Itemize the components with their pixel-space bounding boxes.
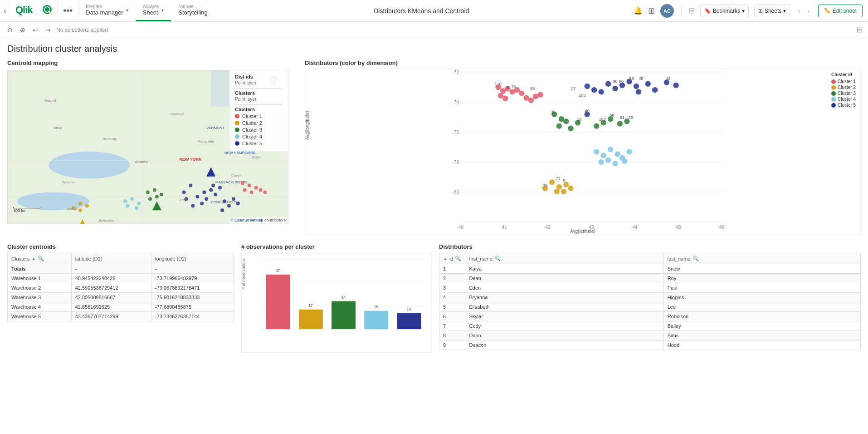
- qlik-logo: Qlik: [10, 0, 58, 21]
- back-selection-icon[interactable]: ↩: [31, 25, 40, 35]
- svg-text:41: 41: [502, 225, 507, 230]
- svg-text:Montpelier: Montpelier: [197, 139, 214, 143]
- svg-point-136: [585, 112, 590, 117]
- scatter-legend-c3: Cluster 3: [831, 91, 856, 96]
- svg-point-47: [227, 204, 231, 207]
- cluster1-dot: [235, 114, 239, 118]
- dist-lastname: Roy: [663, 274, 860, 283]
- edit-sheet-button[interactable]: ✏️ Edit sheet: [818, 5, 863, 17]
- svg-point-125: [645, 81, 651, 87]
- cluster-lat: 42.5905538729412: [71, 283, 151, 293]
- back-button[interactable]: ‹: [0, 0, 10, 21]
- search-id-icon[interactable]: 🔍: [455, 256, 461, 261]
- centroids-table: Clusters ▲ 🔍 latitude (D1): [7, 253, 234, 321]
- nav-narrate[interactable]: Narrate Storytelling: [171, 0, 215, 21]
- data-manager-label: Data manager: [86, 9, 123, 16]
- col-last-name[interactable]: last_name 🔍: [663, 253, 860, 264]
- sheets-label: Sheets: [765, 8, 781, 14]
- nav-analyze[interactable]: Analyze Sheet ▾: [136, 0, 171, 21]
- bell-icon[interactable]: 🔔: [634, 6, 643, 15]
- col-latitude[interactable]: latitude (D1): [71, 253, 151, 264]
- svg-point-65: [160, 192, 163, 196]
- totals-lon: -: [151, 264, 234, 274]
- col-clusters[interactable]: Clusters ▲ 🔍: [8, 253, 72, 264]
- search-firstname-icon[interactable]: 🔍: [494, 256, 501, 261]
- cluster-lon: -73.719966482979: [151, 274, 234, 283]
- scatter-legend-c5: Cluster 5: [831, 103, 856, 108]
- svg-text:-80: -80: [452, 190, 459, 195]
- selection-icon-1[interactable]: ⊙: [5, 25, 15, 35]
- prev-button[interactable]: ‹: [795, 6, 803, 15]
- svg-point-107: [528, 98, 534, 103]
- scatter-c4-label: Cluster 4: [838, 97, 856, 102]
- forward-selection-icon[interactable]: ↪: [44, 25, 53, 35]
- table-row: 1 Kaiya Snow: [439, 264, 861, 274]
- svg-text:Qlik: Qlik: [15, 4, 33, 15]
- col-first-name[interactable]: first_name 🔍: [465, 253, 663, 264]
- svg-point-109: [537, 92, 543, 97]
- lastname-col-label: last_name: [668, 256, 691, 261]
- grid-view-icon[interactable]: ⊟: [689, 6, 695, 15]
- search-clusters-icon[interactable]: 🔍: [38, 256, 44, 261]
- bookmarks-button[interactable]: 🔖 Bookmarks ▾: [700, 5, 749, 17]
- more-options-button[interactable]: •••: [58, 0, 78, 21]
- cluster4-dot: [235, 134, 239, 139]
- nav-prepare[interactable]: Prepare Data manager ▾: [78, 0, 135, 21]
- clusters-col-label: Clusters: [11, 256, 29, 261]
- cluster5-dot: [235, 141, 239, 146]
- svg-point-117: [591, 87, 597, 93]
- svg-point-49: [236, 202, 240, 205]
- svg-point-66: [148, 197, 152, 201]
- layout-icon[interactable]: ⊟: [857, 25, 863, 34]
- dist-lastname: Bailey: [663, 321, 860, 331]
- main-content: Distribution cluster analysis Centroid m…: [0, 38, 868, 434]
- col-longitude[interactable]: longitude (D2): [151, 253, 234, 264]
- scatter-legend-c2: Cluster 2: [831, 85, 856, 90]
- dist-id: 5: [439, 302, 465, 312]
- cluster-lon: -79.0678892176471: [151, 283, 234, 293]
- svg-text:Dover: Dover: [231, 173, 241, 178]
- user-avatar[interactable]: AC: [660, 4, 674, 18]
- scatter-c2-dot: [831, 85, 836, 90]
- storytelling-label: Storytelling: [178, 9, 207, 16]
- table-row: Warehouse 3 42.805089516667 -75.90162188…: [8, 293, 234, 302]
- svg-text:47: 47: [276, 268, 280, 273]
- dist-lastname: Sims: [663, 331, 860, 340]
- sort-icon: ▲: [31, 256, 36, 261]
- y-axis-label: Avg(longitude): [305, 111, 310, 140]
- scatter-c4-dot: [831, 97, 836, 102]
- scatter-legend: Cluster id Cluster 1 Cluster 2 Cluster 3: [831, 72, 856, 108]
- observations-panel: # observations per cluster # of observat…: [241, 243, 432, 353]
- svg-point-51: [241, 182, 244, 185]
- svg-text:45: 45: [639, 76, 643, 81]
- selection-icon-2[interactable]: ⊕: [18, 25, 27, 35]
- svg-point-48: [232, 197, 235, 201]
- grid-icon[interactable]: ⊞: [648, 6, 655, 16]
- svg-text:Cornwall: Cornwall: [171, 112, 185, 116]
- table-row: Warehouse 4 42.8581692625 -77.6800485875: [8, 302, 234, 312]
- svg-point-118: [598, 89, 604, 94]
- svg-text:98: 98: [530, 86, 535, 91]
- bar-chart[interactable]: # of observations 60 40 20 0 47: [241, 253, 432, 353]
- next-button[interactable]: ›: [805, 6, 813, 15]
- svg-point-41: [200, 202, 204, 205]
- svg-point-159: [612, 161, 618, 166]
- search-lastname-icon[interactable]: 🔍: [692, 256, 699, 261]
- scatter-plot[interactable]: Cluster id Cluster 1 Cluster 2 Cluster 3: [305, 68, 861, 236]
- svg-point-67: [155, 195, 159, 198]
- dist-firstname: Bryanna: [465, 293, 663, 302]
- sheets-button[interactable]: ⊞ Sheets ▾: [754, 5, 790, 17]
- svg-text:VERMONT: VERMONT: [206, 126, 224, 130]
- scatter-c3-label: Cluster 3: [838, 91, 856, 96]
- col-id[interactable]: ▲ id 🔍: [439, 253, 465, 264]
- svg-point-57: [263, 190, 267, 194]
- svg-point-162: [622, 158, 627, 164]
- dist-firstname: Deacon: [465, 340, 663, 350]
- svg-rect-182: [266, 275, 290, 329]
- svg-point-62: [135, 206, 138, 210]
- dist-firstname: Cody: [465, 321, 663, 331]
- table-row: 9 Deacon Hood: [439, 340, 861, 350]
- map-container[interactable]: Sound Orillia Belleville Toronto Waterlo…: [7, 70, 288, 224]
- table-row: 3 Eden Paul: [439, 283, 861, 293]
- svg-text:Waterloo: Waterloo: [62, 180, 77, 184]
